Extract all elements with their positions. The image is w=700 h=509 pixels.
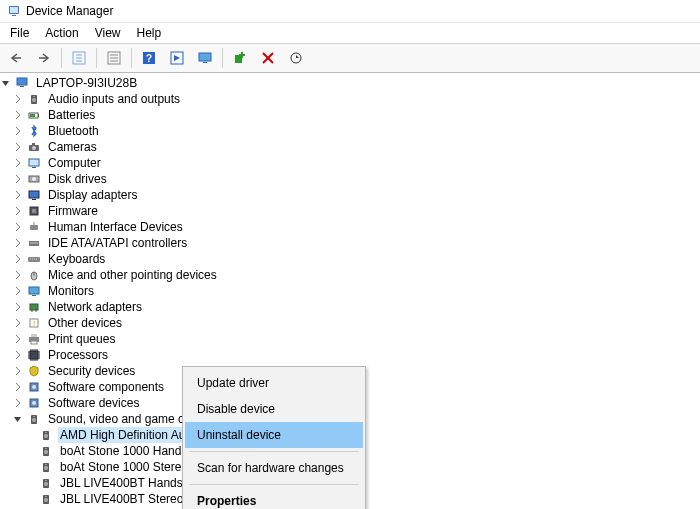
tree-category[interactable]: Display adapters [0,187,700,203]
expand-arrow-icon[interactable] [12,189,24,201]
menubar: File Action View Help [0,23,700,43]
expand-arrow-icon [24,477,36,489]
tree-item-label: Software components [46,379,166,395]
speaker-icon [38,427,54,443]
remove-button[interactable] [255,46,281,70]
cpu-icon [26,347,42,363]
tree-category[interactable]: Computer [0,155,700,171]
computer-icon [26,155,42,171]
expand-arrow-icon [24,461,36,473]
scan-button[interactable] [164,46,190,70]
expand-arrow-icon[interactable] [12,109,24,121]
mouse-icon [26,267,42,283]
add-driver-button[interactable] [227,46,253,70]
properties-button[interactable] [101,46,127,70]
svg-rect-54 [32,295,36,296]
back-button[interactable] [3,46,29,70]
expand-arrow-icon[interactable] [12,381,24,393]
expand-arrow-icon[interactable] [12,157,24,169]
tree-item-label: Display adapters [46,187,139,203]
context-item[interactable]: Update driver [185,370,363,396]
expand-arrow-icon[interactable] [12,141,24,153]
svg-marker-16 [174,55,180,61]
speaker-icon [26,91,42,107]
expand-arrow-icon[interactable] [12,333,24,345]
svg-rect-42 [32,199,36,200]
expand-arrow-icon[interactable] [12,365,24,377]
svg-rect-61 [31,334,37,337]
ide-icon [26,235,42,251]
context-item[interactable]: Scan for hardware changes [185,455,363,481]
tree-category[interactable]: Keyboards [0,251,700,267]
security-icon [26,363,42,379]
tree-item-label: Keyboards [46,251,107,267]
expand-arrow-icon[interactable] [12,285,24,297]
expand-arrow-icon[interactable] [12,253,24,265]
tree-category[interactable]: Firmware [0,203,700,219]
display-icon [26,187,42,203]
bluetooth-icon [26,123,42,139]
print-icon [26,331,42,347]
expand-arrow-icon[interactable] [12,317,24,329]
expand-arrow-icon[interactable] [12,301,24,313]
svg-point-89 [45,432,47,434]
tree-category[interactable]: Processors [0,347,700,363]
monitor-button[interactable] [192,46,218,70]
expand-arrow-icon[interactable] [12,93,24,105]
tree-item-label: JBL LIVE400BT Stereo [58,491,185,507]
tree-item-label: Cameras [46,139,99,155]
svg-point-100 [44,498,48,502]
expand-arrow-icon[interactable] [12,397,24,409]
tree-item-label: Computer [46,155,103,171]
svg-text:!: ! [33,319,35,328]
tree-category[interactable]: Bluetooth [0,123,700,139]
expand-arrow-icon [24,493,36,505]
expand-arrow-icon[interactable] [12,173,24,185]
menu-help[interactable]: Help [129,25,170,41]
tree-item-label: Audio inputs and outputs [46,91,182,107]
context-item[interactable]: Disable device [185,396,363,422]
expand-arrow-icon[interactable] [12,349,24,361]
context-item[interactable]: Uninstall device [185,422,363,448]
other-icon: ! [26,315,42,331]
svg-rect-27 [20,86,24,87]
expand-arrow-icon[interactable] [12,125,24,137]
help-button[interactable]: ? [136,46,162,70]
menu-file[interactable]: File [2,25,37,41]
expand-arrow-icon[interactable] [12,205,24,217]
tree-item-label: Processors [46,347,110,363]
tree-category[interactable]: Disk drives [0,171,700,187]
expand-arrow-icon[interactable] [12,269,24,281]
svg-point-81 [32,385,36,389]
swc-icon [26,379,42,395]
toolbar-separator [61,48,62,68]
menu-view[interactable]: View [87,25,129,41]
tree-category[interactable]: Mice and other pointing devices [0,267,700,283]
tree-category[interactable]: !Other devices [0,315,700,331]
tree-category[interactable]: Monitors [0,283,700,299]
tree-category[interactable]: IDE ATA/ATAPI controllers [0,235,700,251]
tree-root[interactable]: LAPTOP-9I3IU28B [0,75,700,91]
update-button[interactable] [283,46,309,70]
show-hide-tree-button[interactable] [66,46,92,70]
expand-arrow-icon[interactable] [12,237,24,249]
menu-action[interactable]: Action [37,25,86,41]
context-item[interactable]: Properties [185,488,363,509]
forward-button[interactable] [31,46,57,70]
tree-item-label: Mice and other pointing devices [46,267,219,283]
svg-rect-19 [235,55,242,63]
svg-point-95 [45,464,47,466]
tree-category[interactable]: Network adapters [0,299,700,315]
tree-category[interactable]: Print queues [0,331,700,347]
speaker-icon [38,459,54,475]
collapse-arrow-icon[interactable] [0,77,12,89]
tree-category[interactable]: Audio inputs and outputs [0,91,700,107]
collapse-arrow-icon[interactable] [12,413,24,425]
tree-category[interactable]: Cameras [0,139,700,155]
tree-category[interactable]: Batteries [0,107,700,123]
expand-arrow-icon[interactable] [12,221,24,233]
keyboard-icon [26,251,42,267]
tree-item-label: Software devices [46,395,141,411]
tree-item-label: IDE ATA/ATAPI controllers [46,235,189,251]
tree-category[interactable]: Human Interface Devices [0,219,700,235]
